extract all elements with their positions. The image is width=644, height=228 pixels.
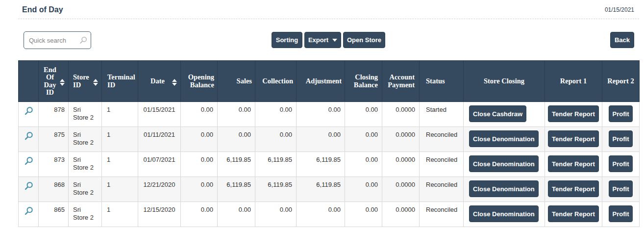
report1-button[interactable]: Tender Report xyxy=(548,105,599,122)
row-search-icon[interactable] xyxy=(24,160,33,167)
cell-report1: Tender Report xyxy=(545,177,602,202)
row-detail-cell xyxy=(19,202,39,227)
report1-button[interactable]: Tender Report xyxy=(548,180,599,197)
table-row: 873Sri Store 2101/07/20210.006,119.856,1… xyxy=(19,152,640,177)
column-header-terminal-id: Terminal ID xyxy=(102,61,138,102)
cell-store-closing: Close Denomination xyxy=(464,127,545,152)
cell-report2: Profit xyxy=(602,102,640,127)
row-search-icon[interactable] xyxy=(24,185,33,192)
cell-adjustment: 0.00 xyxy=(297,102,345,127)
cell-opening-balance: 0.00 xyxy=(181,152,218,177)
cell-store-closing: Close Cashdraw xyxy=(464,102,545,127)
report2-button[interactable]: Profit xyxy=(609,105,633,122)
row-search-icon[interactable] xyxy=(24,210,33,217)
column-header-report2: Report 2 xyxy=(602,61,640,102)
cell-collection: 0.00 xyxy=(255,102,297,127)
store-closing-button[interactable]: Close Cashdraw xyxy=(469,105,526,122)
column-header-store-id[interactable]: Store ID xyxy=(69,61,102,102)
store-closing-button[interactable]: Close Denomination xyxy=(469,130,539,147)
column-header-adjustment: Adjustment xyxy=(297,61,345,102)
cell-account-payment: 0.0000 xyxy=(382,127,420,152)
cell-report1: Tender Report xyxy=(545,152,602,177)
current-date: 01/15/2021 xyxy=(605,6,634,13)
open-store-button[interactable]: Open Store xyxy=(343,32,385,48)
table-row: 878Sri Store 2101/15/20210.000.000.000.0… xyxy=(19,102,640,127)
cell-status: Reconciled xyxy=(420,152,464,177)
cell-terminal-id: 1 xyxy=(102,177,138,202)
row-search-icon[interactable] xyxy=(24,135,33,142)
sort-up-down-icon[interactable] xyxy=(93,79,98,87)
column-header-label: Sales xyxy=(237,77,252,85)
row-detail-cell xyxy=(19,152,39,177)
cell-eod-id: 868 xyxy=(39,177,69,202)
table-row: 865Sri Store 2112/15/20200.000.000.000.0… xyxy=(19,202,640,227)
store-closing-button[interactable]: Close Denomination xyxy=(469,205,539,222)
column-header-collection: Collection xyxy=(255,61,297,102)
cell-date: 12/21/2020 xyxy=(138,177,181,202)
cell-store-closing: Close Denomination xyxy=(464,152,545,177)
report1-button[interactable]: Tender Report xyxy=(548,205,599,222)
cell-opening-balance: 0.00 xyxy=(181,102,218,127)
report1-button[interactable]: Tender Report xyxy=(548,130,599,147)
store-closing-button[interactable]: Close Denomination xyxy=(469,180,539,197)
sort-up-down-icon[interactable] xyxy=(172,79,177,87)
report2-button[interactable]: Profit xyxy=(609,130,633,147)
column-header-label: Store Closing xyxy=(484,77,524,85)
cell-eod-id: 865 xyxy=(39,202,69,227)
store-closing-button[interactable]: Close Denomination xyxy=(469,155,539,172)
cell-store-id: Sri Store 2 xyxy=(69,152,102,177)
cell-date: 01/07/2021 xyxy=(138,152,181,177)
cell-collection: 0.00 xyxy=(255,127,297,152)
column-header-eod-id[interactable]: End Of Day ID xyxy=(39,61,69,102)
report2-button[interactable]: Profit xyxy=(609,205,633,222)
cell-report2: Profit xyxy=(602,152,640,177)
cell-collection: 0.00 xyxy=(255,202,297,227)
cell-account-payment: 0.0000 xyxy=(382,152,420,177)
caret-down-icon xyxy=(332,39,337,42)
sorting-button[interactable]: Sorting xyxy=(272,32,302,48)
cell-closing-balance: 0.00 xyxy=(345,177,382,202)
cell-adjustment: 0.00 xyxy=(297,202,345,227)
cell-collection: 6,119.85 xyxy=(255,177,297,202)
cell-account-payment: 0.0000 xyxy=(382,202,420,227)
cell-terminal-id: 1 xyxy=(102,202,138,227)
column-header-label: Store ID xyxy=(73,73,89,89)
column-header-label: Report 2 xyxy=(607,77,634,85)
column-header-label: End Of Day ID xyxy=(44,66,56,97)
cell-sales: 0.00 xyxy=(218,102,255,127)
open-store-button-label: Open Store xyxy=(347,36,381,44)
cell-report1: Tender Report xyxy=(545,127,602,152)
cell-store-closing: Close Denomination xyxy=(464,202,545,227)
cell-date: 01/15/2021 xyxy=(138,102,181,127)
column-header-opening-balance: Opening Balance xyxy=(181,61,218,102)
cell-status: Started xyxy=(420,102,464,127)
back-button[interactable]: Back xyxy=(610,32,634,48)
sort-up-down-icon[interactable] xyxy=(59,79,65,87)
cell-closing-balance: 0.00 xyxy=(345,127,382,152)
report1-button[interactable]: Tender Report xyxy=(548,155,599,172)
cell-collection: 6,119.85 xyxy=(255,152,297,177)
cell-report2: Profit xyxy=(602,127,640,152)
column-header-label: Closing Balance xyxy=(354,73,378,89)
table-header: End Of Day IDStore IDTerminal IDDateOpen… xyxy=(19,61,640,102)
export-button[interactable]: Export xyxy=(304,32,341,48)
column-header-date[interactable]: Date xyxy=(138,61,181,102)
cell-report2: Profit xyxy=(602,202,640,227)
page-title: End of Day xyxy=(22,5,63,15)
title-divider xyxy=(18,19,639,19)
row-detail-cell xyxy=(19,102,39,127)
cell-date: 01/11/2021 xyxy=(138,127,181,152)
cell-closing-balance: 0.00 xyxy=(345,102,382,127)
search-input[interactable] xyxy=(24,31,91,49)
export-button-label: Export xyxy=(308,36,328,44)
column-header-label: Terminal ID xyxy=(107,73,135,89)
column-header-status: Status xyxy=(420,61,464,102)
cell-adjustment: 0.00 xyxy=(297,127,345,152)
row-search-icon[interactable] xyxy=(24,110,33,117)
report2-button[interactable]: Profit xyxy=(609,155,633,172)
cell-store-id: Sri Store 2 xyxy=(69,102,102,127)
column-header-closing-balance: Closing Balance xyxy=(345,61,382,102)
column-header-sales: Sales xyxy=(218,61,255,102)
report2-button[interactable]: Profit xyxy=(609,180,633,197)
cell-opening-balance: 0.00 xyxy=(181,127,218,152)
